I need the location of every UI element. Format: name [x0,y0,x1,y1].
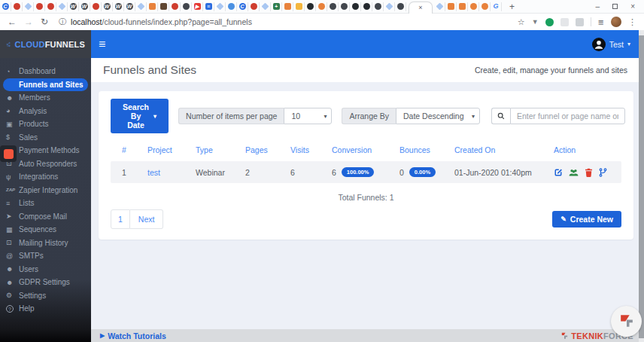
conversion-count: 6 [332,168,336,177]
pinned-tab-favicon[interactable]: W [113,2,124,11]
pinned-tab-favicon[interactable]: W [124,2,135,11]
sidebar-item-integrations[interactable]: ψIntegrations [0,170,91,184]
pinned-tab-favicon[interactable] [158,2,169,11]
back-button[interactable]: ← [8,17,17,27]
pinned-tab-favicon[interactable]: G [491,2,502,11]
pinned-tab-favicon[interactable] [339,2,350,11]
sidebar-item-products[interactable]: ▣Products [0,118,91,131]
site-info-icon[interactable]: ⓘ [59,17,66,27]
browser-menu-icon[interactable]: ⋮ [628,17,636,27]
address-bar[interactable]: localhost/cloud-funnels/index.php?page=a… [71,17,252,26]
next-page-button[interactable]: Next [130,209,164,229]
pinned-tab-favicon[interactable] [226,2,237,11]
pinned-tab-favicon[interactable] [350,2,361,11]
scrollbar-thumb[interactable] [639,35,644,338]
brand-logo[interactable]: CLOUDFUNNELS [0,30,91,58]
pinned-tab-favicon[interactable] [445,2,457,11]
tab-close-icon[interactable]: × [418,5,422,11]
extension-icon[interactable] [560,18,569,26]
pinned-tab-favicon[interactable] [457,2,468,11]
grammarly-extension-icon[interactable] [545,18,554,26]
pinned-tab-favicon[interactable] [181,2,192,11]
pinned-tab-favicon[interactable] [434,2,445,11]
pinned-tab-favicon[interactable]: W [102,2,113,11]
page-1-button[interactable]: 1 [111,209,130,229]
pinned-tab-favicon[interactable] [90,2,102,11]
delete-icon[interactable] [585,168,593,177]
project-link[interactable]: test [147,168,196,177]
sidebar-item-help[interactable]: ?Help [0,302,91,316]
pinned-tab-favicon[interactable] [384,2,395,11]
sidebar-item-compose-mail[interactable]: ➤Compose Mail [0,210,91,224]
sidebar-item-smtps[interactable]: @SMTPs [0,249,91,263]
search-input[interactable] [510,108,625,124]
pinned-tab-favicon[interactable] [34,2,45,11]
arrange-by-select[interactable]: Date Descending▾ [396,108,480,124]
pinned-tab-favicon[interactable] [260,2,271,11]
pinned-tab-favicon[interactable]: W [79,2,90,11]
pinned-tab-favicon[interactable]: W [68,2,79,11]
new-tab-button[interactable]: + [506,2,518,12]
items-per-page-select[interactable]: 10▾ [284,108,332,124]
sidebar-item-sales[interactable]: $Sales [0,131,91,145]
pinned-tab-favicon[interactable]: C [237,2,248,11]
pinned-tab-favicon[interactable] [468,2,479,11]
pinned-tab-favicon[interactable]: C [0,2,11,11]
extension-icon[interactable] [576,18,584,26]
scrollbar[interactable] [639,30,644,342]
sidebar-item-gdpr-settings[interactable]: ☻GDPR Settings [0,276,91,289]
pinned-tab-favicon[interactable] [11,2,23,11]
sidebar-item-analysis[interactable]: ◕Analysis [0,105,91,118]
search-by-date-button[interactable]: Search By Date▾ [111,99,169,133]
pinned-tab-favicon[interactable] [361,2,372,11]
reload-button[interactable]: ↻ [41,17,48,27]
create-new-button[interactable]: ✎ Create New [552,211,621,227]
arrange-by-control: Arrange By Date Descending▾ [342,108,480,124]
sidebar-item-funnels-and-sites[interactable]: Funnels and Sites [3,78,88,92]
pinned-tab-favicon[interactable] [147,2,158,11]
pinned-tab-favicon[interactable] [214,2,226,11]
window-minimize-button[interactable]: – [596,2,600,11]
watch-tutorials-link[interactable]: ▶ Watch Tutorials [100,331,166,340]
pinned-tab-favicon[interactable] [372,2,384,11]
sidebar-item-zapier-integration[interactable]: ZAPZapier Integration [0,184,91,197]
pinned-tab-favicon[interactable] [316,2,327,11]
sidebar-item-lists[interactable]: ≡Lists [0,197,91,210]
pinned-tab-favicon[interactable] [479,2,491,11]
active-tab[interactable]: × [409,2,433,14]
edit-icon[interactable] [554,168,563,177]
pinned-tab-favicon[interactable] [56,2,68,11]
pinned-tab-favicon[interactable]: ▶ [192,2,203,11]
pinned-tab-favicon[interactable] [282,2,293,11]
pinned-tab-favicon[interactable] [23,2,34,11]
sidebar-item-members[interactable]: ☻Members [0,91,91,105]
pinned-tab-favicon[interactable] [45,2,56,11]
forward-button[interactable]: → [24,17,33,27]
settings-icon: ⚙ [6,292,19,299]
pinned-tab-favicon[interactable] [395,2,406,11]
bookmark-star-icon[interactable]: ☆ [518,17,525,27]
pinned-tab-favicon[interactable] [169,2,181,11]
sidebar-item-settings[interactable]: ⚙Settings [0,289,91,303]
pinned-tab-favicon[interactable] [293,2,305,11]
zapier-icon: ZAP [6,188,19,192]
sidebar-item-users[interactable]: ☻Users [0,263,91,276]
window-maximize-button[interactable] [612,4,618,9]
user-menu[interactable]: Test ▾ [592,38,630,51]
pinned-tab-favicon[interactable] [305,2,316,11]
notes-extension-icon[interactable]: ≣ [598,18,604,26]
browser-profile-avatar[interactable] [611,17,621,27]
hamburger-menu-icon[interactable]: ≡ [99,38,105,51]
extension-v-icon[interactable]: ▼ [532,18,539,26]
pinned-tab-favicon[interactable] [327,2,339,11]
sidebar-item-mailing-history[interactable]: ⊡Mailing History [0,237,91,250]
pinned-tab-favicon[interactable]: + [271,2,282,11]
sidebar-item-sequences[interactable]: ▦Sequences [0,223,91,237]
sidebar-item-dashboard[interactable]: ◔Dashboard [0,65,91,78]
pinned-tab-favicon[interactable]: ≡ [203,2,214,11]
pinned-tab-favicon[interactable] [135,2,147,11]
clone-funnel-icon[interactable] [599,168,607,177]
window-close-button[interactable]: × [630,2,635,11]
pinned-tab-favicon[interactable] [248,2,260,11]
members-icon[interactable] [569,168,579,177]
